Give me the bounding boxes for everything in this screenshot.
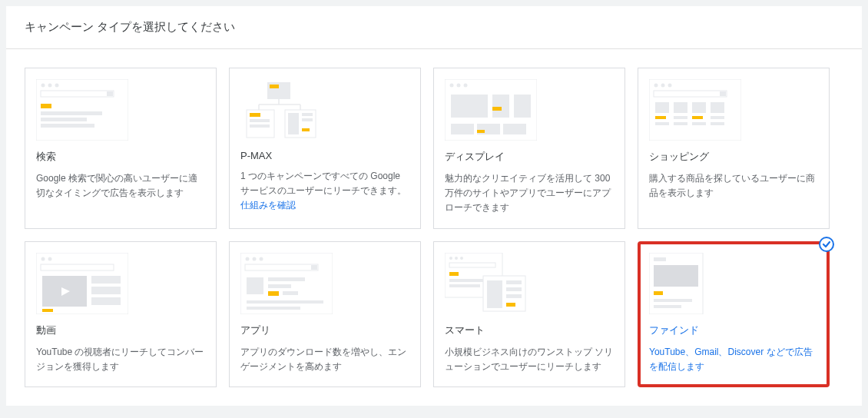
svg-rect-54 [711, 122, 724, 125]
svg-rect-83 [449, 272, 459, 276]
thumb-display [445, 79, 537, 141]
svg-rect-30 [492, 95, 509, 118]
svg-point-27 [457, 84, 461, 88]
thumb-smart [445, 253, 537, 314]
svg-rect-45 [655, 122, 669, 125]
panel-title: キャンペーン タイプを選択してください [25, 20, 235, 33]
svg-rect-89 [506, 287, 522, 291]
card-desc: 購入する商品を探しているユーザーに商品を表示します [649, 171, 818, 201]
card-desc: Google 検索で関心の高いユーザーに適切なタイミングで広告を表示します [36, 171, 205, 201]
svg-rect-64 [91, 297, 121, 305]
svg-point-66 [246, 257, 250, 260]
card-desc: YouTube の視聴者にリーチしてコンバージョンを獲得します [36, 345, 205, 374]
svg-rect-70 [311, 265, 317, 270]
panel-header: キャンペーン タイプを選択してください [6, 6, 862, 49]
svg-point-26 [450, 84, 454, 88]
selected-checkmark-icon [819, 237, 834, 252]
svg-rect-9 [41, 124, 94, 128]
svg-rect-8 [41, 118, 87, 121]
svg-rect-19 [250, 124, 270, 128]
svg-rect-85 [449, 284, 480, 287]
thumb-video [36, 253, 128, 314]
svg-rect-52 [711, 102, 724, 113]
svg-rect-5 [107, 91, 113, 96]
svg-rect-75 [283, 291, 298, 295]
svg-point-67 [253, 257, 257, 260]
svg-rect-62 [91, 276, 121, 284]
svg-rect-29 [451, 95, 488, 118]
svg-rect-18 [250, 119, 270, 122]
svg-rect-76 [247, 300, 323, 304]
svg-rect-35 [477, 130, 485, 133]
svg-point-3 [55, 84, 59, 88]
svg-rect-94 [654, 257, 666, 261]
card-title: ディスプレイ [445, 150, 614, 164]
thumb-pmax [240, 79, 333, 141]
card-title: スマート [445, 323, 614, 337]
svg-rect-0 [36, 79, 128, 141]
svg-rect-50 [692, 116, 703, 119]
svg-rect-22 [302, 113, 313, 116]
svg-point-81 [460, 257, 463, 260]
svg-rect-51 [692, 122, 706, 125]
card-pmax[interactable]: P-MAX 1 つのキャンペーンですべての Google サービスのユーザーにリ… [229, 68, 421, 229]
svg-rect-32 [514, 95, 531, 118]
card-title: アプリ [240, 323, 409, 337]
svg-rect-74 [268, 291, 279, 296]
svg-rect-72 [268, 277, 305, 281]
svg-rect-98 [654, 305, 681, 308]
svg-rect-63 [91, 287, 121, 294]
svg-rect-23 [302, 118, 313, 121]
svg-rect-42 [720, 91, 726, 96]
campaign-type-panel: キャンペーン タイプを選択してください 検索 Google [6, 6, 862, 406]
svg-rect-77 [247, 307, 300, 310]
svg-rect-36 [503, 124, 526, 134]
svg-rect-87 [487, 280, 502, 308]
svg-point-2 [48, 84, 52, 88]
svg-rect-46 [674, 102, 687, 113]
svg-point-38 [654, 84, 658, 88]
thumb-app [240, 253, 333, 314]
svg-point-92 [820, 237, 833, 251]
thumb-discovery [649, 253, 741, 314]
card-desc: アプリのダウンロード数を増やし、エンゲージメントを高めます [240, 345, 409, 374]
card-discovery[interactable]: ファインド YouTube、Gmail、Discover などで広告を配信します [638, 241, 830, 387]
svg-rect-44 [655, 116, 666, 119]
svg-rect-88 [506, 280, 522, 284]
svg-point-56 [41, 257, 45, 260]
campaign-type-grid: 検索 Google 検索で関心の高いユーザーに適切なタイミングで広告を表示します [6, 49, 862, 406]
svg-rect-61 [42, 309, 53, 312]
card-smart[interactable]: スマート 小規模ビジネス向けのワンストップ ソリューションでユーザーにリーチしま… [433, 241, 625, 387]
svg-rect-90 [506, 294, 522, 298]
svg-rect-91 [506, 303, 515, 307]
svg-rect-43 [655, 102, 669, 113]
svg-point-80 [455, 257, 458, 260]
svg-rect-73 [268, 284, 291, 288]
svg-rect-48 [674, 122, 687, 125]
card-app[interactable]: アプリ アプリのダウンロード数を増やし、エンゲージメントを高めます [229, 241, 421, 387]
svg-point-28 [464, 84, 468, 88]
card-title: 動画 [36, 323, 205, 337]
card-title: P-MAX [240, 150, 409, 161]
svg-point-79 [449, 257, 452, 260]
svg-rect-24 [302, 128, 310, 131]
svg-rect-33 [451, 124, 474, 134]
svg-point-1 [41, 84, 45, 88]
svg-point-57 [48, 257, 52, 260]
card-desc: 小規模ビジネス向けのワンストップ ソリューションでユーザーにリーチします [445, 345, 614, 374]
card-desc: YouTube、Gmail、Discover などで広告を配信します [649, 345, 818, 374]
pmax-learn-more-link[interactable]: 仕組みを確認 [240, 200, 296, 211]
svg-rect-17 [250, 113, 260, 117]
svg-rect-53 [711, 116, 724, 119]
svg-rect-31 [492, 107, 502, 111]
card-display[interactable]: ディスプレイ 魅力的なクリエイティブを活用して 300 万件のサイトやアプリでユ… [433, 68, 625, 229]
card-title: 検索 [36, 150, 205, 164]
svg-rect-11 [270, 85, 279, 88]
thumb-search [36, 79, 128, 141]
card-search[interactable]: 検索 Google 検索で関心の高いユーザーに適切なタイミングで広告を表示します [25, 68, 217, 229]
card-desc: 1 つのキャンペーンですべての Google サービスのユーザーにリーチできます… [240, 169, 409, 214]
svg-point-39 [661, 84, 665, 88]
card-video[interactable]: 動画 YouTube の視聴者にリーチしてコンバージョンを獲得します [25, 241, 217, 387]
card-shopping[interactable]: ショッピング 購入する商品を探しているユーザーに商品を表示します [638, 68, 830, 229]
svg-rect-49 [692, 102, 706, 113]
